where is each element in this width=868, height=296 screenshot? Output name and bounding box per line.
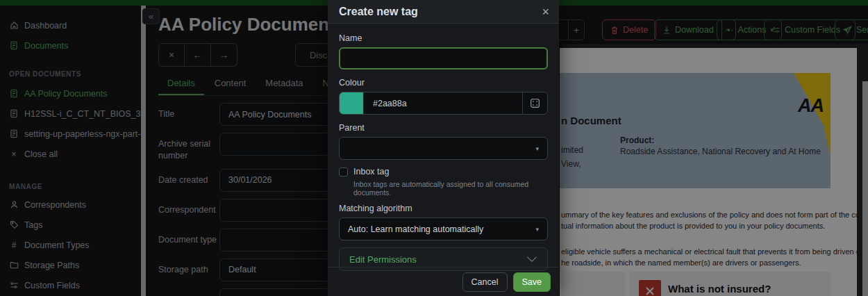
- colour-label: Colour: [339, 78, 548, 88]
- parent-label: Parent: [339, 123, 548, 133]
- create-tag-modal: Create new tag × Name Colour Parent ▾: [328, 0, 559, 296]
- cancel-button[interactable]: Cancel: [462, 272, 508, 292]
- name-label: Name: [339, 33, 548, 43]
- colour-swatch: [340, 92, 363, 114]
- caret-down-icon: ▾: [535, 226, 539, 233]
- matching-algorithm-value: Auto: Learn matching automatically: [348, 224, 483, 234]
- app-root: Dashboard Documents OPEN DOCUMENTS AA Po…: [0, 0, 868, 296]
- parent-select[interactable]: ▾: [339, 137, 548, 160]
- modal-close-button[interactable]: ×: [542, 6, 549, 18]
- matching-algorithm-select[interactable]: Auto: Learn matching automatically ▾: [339, 217, 548, 240]
- save-button[interactable]: Save: [513, 272, 551, 292]
- random-colour-button[interactable]: [522, 92, 547, 114]
- caret-down-icon: ▾: [535, 145, 539, 152]
- modal-footer: Cancel Save: [328, 267, 559, 296]
- inbox-tag-label: Inbox tag: [353, 167, 389, 176]
- matching-algorithm-label: Matching algorithm: [339, 204, 548, 213]
- inbox-tag-hint: Inbox tags are automatically assigned to…: [353, 180, 548, 197]
- inbox-tag-checkbox[interactable]: [339, 167, 348, 176]
- colour-hex-input[interactable]: [363, 92, 522, 114]
- modal-body: Name Colour Parent ▾ Inbox tag Inbox: [328, 24, 559, 271]
- dice-icon: [530, 98, 540, 108]
- colour-input-group: [339, 92, 548, 115]
- tag-name-input[interactable]: [339, 47, 548, 69]
- edit-permissions-label: Edit Permissions: [349, 254, 417, 265]
- chevron-down-icon: [526, 256, 537, 263]
- close-icon: ×: [542, 5, 549, 19]
- modal-header: Create new tag ×: [328, 0, 559, 24]
- modal-title: Create new tag: [339, 6, 418, 18]
- inbox-tag-checkbox-row[interactable]: Inbox tag: [339, 167, 548, 176]
